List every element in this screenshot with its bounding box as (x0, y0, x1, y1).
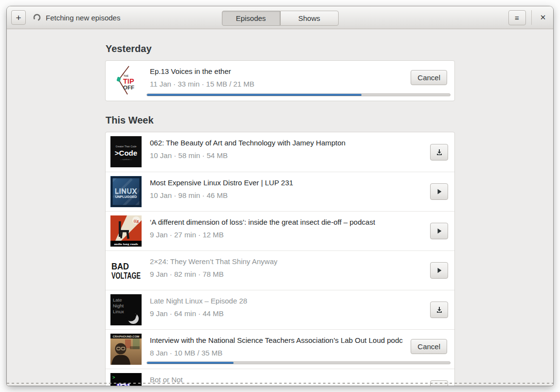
episode-meta: 10 Jan · 98 min · 46 MB (150, 191, 293, 199)
episode-title: Interview with the National Science Teac… (150, 336, 403, 345)
download-progress-fill (147, 362, 234, 364)
episode-meta: 11 Jan · 33 min · 15 MB / 21 MB (150, 80, 254, 88)
yesterday-card: THE TIP OFF Ep.13 Voices in the ether 11… (105, 60, 455, 101)
episode-row[interactable]: LINUX UNPLUGGED Most Expensive Linux Dis… (106, 172, 454, 211)
loading-spinner-icon (33, 14, 41, 21)
download-episode-button[interactable] (430, 144, 448, 160)
episode-title: Ep.13 Voices in the ether (150, 67, 254, 76)
episode-row[interactable]: CRAPHOUND.COM Interview with the Nationa… (106, 329, 454, 369)
close-window-button[interactable]: ✕ (537, 12, 549, 23)
episode-info: Most Expensive Linux Distro Ever | LUP 2… (150, 176, 293, 199)
svg-text:TIP: TIP (123, 77, 134, 85)
app-window: + Fetching new episodes Episodes Shows ≡… (7, 6, 553, 386)
play-episode-button[interactable] (430, 262, 448, 279)
episode-info: ‘A different dimension of loss’: inside … (150, 215, 375, 239)
cancel-download-button[interactable]: Cancel (411, 70, 447, 85)
download-icon (435, 148, 443, 156)
download-episode-button[interactable] (430, 302, 448, 318)
hamburger-icon: ≡ (515, 14, 520, 22)
episode-title: 062: The Beauty of Art and Technology wi… (150, 138, 345, 148)
cover-art-greater-than-code: Greater Than Code >Code — a podcast — (110, 136, 142, 167)
add-podcast-button[interactable]: + (11, 10, 26, 25)
play-icon (436, 228, 443, 234)
episode-row[interactable]: BAD VOLTAGE 2×24: They Weren’t That Shin… (106, 250, 454, 290)
view-switcher: Episodes Shows (222, 11, 339, 26)
header-bar: + Fetching new episodes Episodes Shows ≡… (7, 6, 553, 29)
play-icon (436, 267, 443, 274)
download-progressbar (146, 93, 451, 96)
download-progressbar (146, 361, 451, 364)
episode-title: Most Expensive Linux Distro Ever | LUP 2… (150, 178, 293, 188)
episode-row[interactable]: THE TIP OFF Ep.13 Voices in the ether 11… (106, 61, 454, 101)
play-episode-button[interactable] (430, 183, 448, 200)
svg-text:>Code: >Code (115, 149, 137, 157)
cover-art-irl: > IRL IRL IRL xp (110, 373, 142, 386)
svg-text:BAD: BAD (111, 261, 129, 271)
svg-text:Linux: Linux (113, 309, 124, 314)
episode-meta: 8 Jan · 10 MB / 35 MB (150, 349, 403, 357)
cancel-download-button[interactable]: Cancel (411, 339, 447, 354)
episode-row[interactable]: ((g audio long reads ‘A di (106, 211, 454, 250)
episode-meta: 9 Jan · 64 min · 44 MB (150, 309, 247, 318)
tab-shows[interactable]: Shows (280, 11, 339, 26)
episode-meta: 10 Jan · 58 min · 54 MB (150, 151, 345, 160)
plus-icon: + (16, 13, 21, 22)
svg-text:— a podcast —: — a podcast — (120, 159, 132, 160)
play-icon (436, 188, 443, 195)
cover-art-craphound: CRAPHOUND.COM (110, 334, 142, 365)
svg-text:OFF: OFF (123, 85, 134, 90)
menu-button[interactable]: ≡ (508, 10, 526, 25)
section-heading-this-week: This Week (106, 114, 455, 126)
cover-art-audio-long-reads: ((g audio long reads (110, 215, 142, 247)
svg-text:UNPLUGGED: UNPLUGGED (115, 195, 137, 198)
header-right-group: ≡ ✕ (508, 10, 549, 25)
cover-art-linux-unplugged: LINUX UNPLUGGED (110, 176, 142, 207)
download-icon (435, 385, 443, 386)
cover-art-late-night-linux: Late Night Linux (110, 294, 142, 325)
svg-text:>: > (112, 375, 115, 380)
close-icon: ✕ (540, 13, 546, 22)
episode-info: Interview with the National Science Teac… (150, 334, 403, 357)
episode-title: Late Night Linux – Episode 28 (150, 296, 247, 306)
episode-info: 062: The Beauty of Art and Technology wi… (150, 136, 345, 160)
svg-text:Greater Than Code: Greater Than Code (116, 145, 137, 148)
episode-title: 2×24: They Weren’t That Shiny Anyway (150, 257, 277, 267)
cover-art-the-tip-off: THE TIP OFF (110, 65, 142, 96)
svg-text:((g: ((g (134, 218, 139, 223)
download-progress-fill (147, 94, 361, 96)
episode-info: 2×24: They Weren’t That Shiny Anyway 9 J… (150, 255, 277, 278)
this-week-card: Greater Than Code >Code — a podcast — 06… (105, 132, 455, 386)
episode-row[interactable]: Greater Than Code >Code — a podcast — 06… (106, 132, 454, 172)
svg-text:LINUX: LINUX (115, 187, 137, 195)
svg-text:Night: Night (113, 303, 124, 308)
episodes-scroll-area[interactable]: Yesterday THE TIP OFF (7, 30, 553, 386)
episode-meta: 9 Jan · 27 min · 12 MB (150, 231, 375, 239)
section-heading-yesterday: Yesterday (106, 43, 455, 54)
episode-row[interactable]: Late Night Linux Late Night Linux – Epis… (106, 290, 454, 329)
header-separator (531, 10, 532, 25)
download-icon (435, 306, 443, 314)
episode-meta: 9 Jan · 82 min · 78 MB (150, 270, 277, 278)
status-text: Fetching new episodes (46, 14, 120, 22)
scroll-undershoot-indicator (7, 383, 553, 384)
tab-episodes[interactable]: Episodes (222, 11, 280, 26)
episode-info: Ep.13 Voices in the ether 11 Jan · 33 mi… (150, 65, 254, 88)
episode-info: Late Night Linux – Episode 28 9 Jan · 64… (150, 294, 247, 318)
cover-art-bad-voltage: BAD VOLTAGE (110, 255, 142, 286)
cover-banner-text: audio long reads (114, 242, 138, 246)
svg-text:Late: Late (113, 297, 122, 303)
play-episode-button[interactable] (430, 223, 448, 239)
cover-banner-text: CRAPHOUND.COM (113, 335, 140, 338)
episode-title: ‘A different dimension of loss’: inside … (150, 217, 375, 227)
svg-text:VOLTAGE: VOLTAGE (111, 270, 141, 281)
